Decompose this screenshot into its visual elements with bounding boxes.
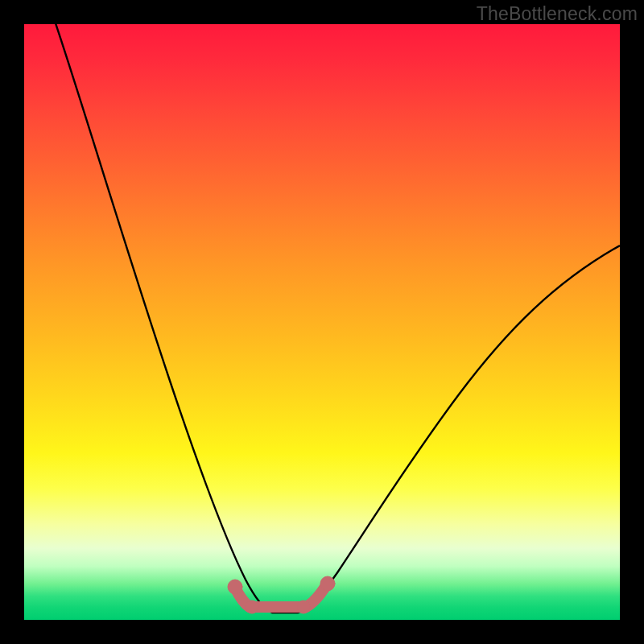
chart-frame: TheBottleneck.com [0,0,644,644]
svg-point-3 [297,601,310,613]
svg-point-2 [246,601,258,613]
bottleneck-curve [53,24,620,613]
highlight-region [228,576,335,613]
watermark-text: TheBottleneck.com [477,3,638,25]
curve-layer [24,24,620,620]
plot-area [24,24,620,620]
svg-point-0 [228,580,242,594]
svg-point-1 [320,576,335,591]
